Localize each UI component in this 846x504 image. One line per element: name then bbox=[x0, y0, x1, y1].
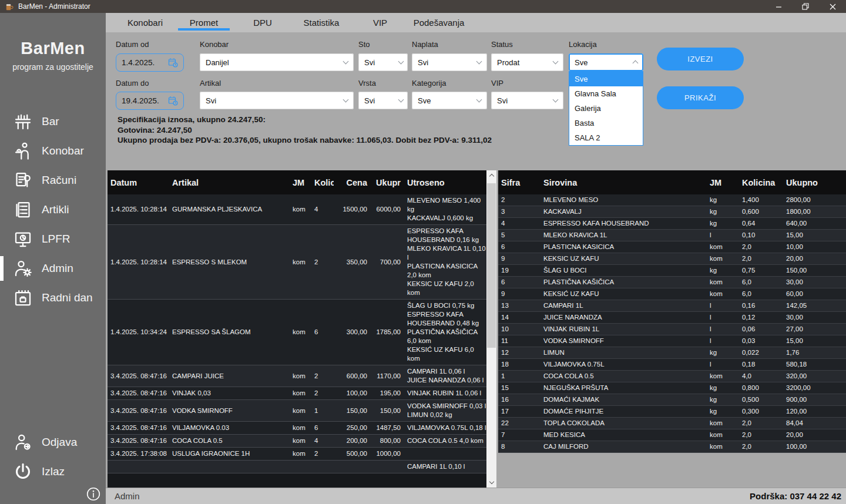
vertical-scrollbar[interactable] bbox=[486, 170, 496, 488]
tab[interactable]: Podešavanja bbox=[409, 13, 468, 32]
table-row[interactable]: 7 MED KESICA kom 2,0 20,00 bbox=[498, 429, 846, 441]
izvezi-button[interactable]: IZVEZI bbox=[657, 48, 744, 70]
table-row[interactable]: 1.4.2025. 10:28:14 GURMANSKA PLJESKAVICA… bbox=[108, 194, 486, 225]
table-row[interactable]: 3.4.2025. 08:47:16 VINJAK 0,03 kom 2 100… bbox=[108, 387, 486, 400]
table-row[interactable]: 9 KEKSIĆ UZ KAFU kom 6,0 60,00 bbox=[498, 288, 846, 300]
scrollbar-thumb[interactable] bbox=[487, 183, 496, 348]
summary-line-2: Gotovina: 24.247,50 bbox=[118, 125, 492, 136]
lokacija-option[interactable]: Sve bbox=[569, 72, 643, 86]
table-row[interactable]: 14 JUICE NARANDZA l 0,12 30,00 bbox=[498, 312, 846, 324]
table-row[interactable]: 3.4.2025. 17:38:08 USLUGA IGRAONICE 1H k… bbox=[108, 448, 486, 461]
sidebar-nav: Bar Konobar Računi Artikli LPFR bbox=[0, 107, 106, 313]
cell-sirovina: VODKA SMIRNOFF bbox=[540, 335, 707, 347]
cell-kolicina: 0,500 bbox=[739, 394, 783, 405]
info-icon[interactable] bbox=[86, 486, 101, 502]
cell-sifra: 12 bbox=[498, 347, 540, 358]
sidebar-item-admin[interactable]: Admin bbox=[0, 254, 106, 283]
brand-tagline: program za ugostitelje bbox=[0, 62, 106, 72]
table-row[interactable]: 3.4.2025. 08:47:16 COCA COLA 0.5 kom 4 2… bbox=[108, 435, 486, 448]
sidebar-item-radni-dan[interactable]: Radni dan bbox=[0, 283, 106, 313]
table-row[interactable]: 15 NJEGUŠKA PRŠUTA kg 0,800 3200,00 bbox=[498, 382, 846, 394]
cell-jm: l bbox=[707, 324, 739, 335]
sidebar-item-racuni[interactable]: Računi bbox=[0, 166, 106, 195]
table-row[interactable]: CAMPARI 1L 0,10 l bbox=[108, 461, 486, 473]
sidebar-item-artikli[interactable]: Artikli bbox=[0, 195, 106, 224]
cell-artikal: USLUGA IGRAONICE 1H bbox=[169, 448, 290, 460]
vip-select[interactable]: Svi bbox=[491, 92, 563, 109]
table-row[interactable]: 12 LIMUN kg 0,022 1,76 bbox=[498, 347, 846, 359]
kategorija-select[interactable]: Sve bbox=[412, 92, 487, 109]
sidebar-item-izlaz[interactable]: Izlaz bbox=[0, 457, 106, 486]
cell-sifra: 7 bbox=[498, 429, 540, 441]
artikal-select[interactable]: Svi bbox=[200, 92, 354, 109]
naplata-select[interactable]: Svi bbox=[412, 53, 487, 71]
tab[interactable]: Konobari bbox=[116, 13, 174, 32]
table-row[interactable]: 3 KACKAVALJ kg 0,600 1800,00 bbox=[498, 206, 846, 218]
table-row[interactable]: 1.4.2025. 10:34:24 ESPRESSO SA ŠLAGOM ko… bbox=[108, 300, 486, 365]
chevron-up-icon bbox=[633, 61, 639, 66]
cell-ukupno: 30,00 bbox=[783, 312, 846, 323]
scroll-up-arrow[interactable] bbox=[486, 170, 496, 180]
tab[interactable]: VIP bbox=[351, 13, 409, 32]
cell-kolicina: 6 bbox=[311, 422, 334, 434]
tab[interactable]: DPU bbox=[233, 13, 292, 32]
table-row[interactable]: 10 VINJAK RUBIN 1L l 0,06 27,00 bbox=[498, 324, 846, 335]
lokacija-option[interactable]: Galerija bbox=[569, 101, 643, 116]
sidebar-item-lpfr[interactable]: LPFR bbox=[0, 224, 106, 254]
table-row[interactable]: 6 PLASTICNA KASICICA kom 2,0 10,00 bbox=[498, 241, 846, 253]
sidebar-item-odjava[interactable]: Odjava bbox=[0, 428, 106, 457]
titlebar: BarMen - Administrator bbox=[0, 0, 846, 13]
cell-ukupno: 1800,00 bbox=[783, 206, 846, 217]
cell-sirovina: DOMAĆI KAJMAK bbox=[540, 394, 707, 405]
table-row[interactable]: 6 PLASTIČNA KAŠIČICA kom 6,0 30,00 bbox=[498, 277, 846, 288]
table-row[interactable]: 17 DOMAĆE PIHJITJE kg 0,300 120,00 bbox=[498, 406, 846, 418]
table-row[interactable]: 18 VILJAMOVKA 0.75L l 0,18 580,18 bbox=[498, 359, 846, 371]
sidebar-item-konobar[interactable]: Konobar bbox=[0, 136, 106, 166]
table-row[interactable]: 22 TOPLA COKOLADA kom 2,0 84,04 bbox=[498, 418, 846, 429]
vip-value: Svi bbox=[497, 96, 508, 105]
table-row[interactable]: 19 ŠLAG U BOCI kg 0,75 150,00 bbox=[498, 265, 846, 277]
cell-cena: 350,00 bbox=[334, 256, 369, 268]
table-row[interactable]: 4 ESPRESSO KAFA HOUSEBRAND kg 0,64 640,0… bbox=[498, 218, 846, 230]
tab[interactable]: Statistika bbox=[292, 13, 351, 32]
cell-kolicina: 0,600 bbox=[739, 206, 783, 217]
table-row[interactable]: 1 COCA COLA 0.5 kom 4,0 320,00 bbox=[498, 371, 846, 382]
restore-button[interactable] bbox=[792, 0, 819, 13]
table-row[interactable]: 5 MLEKO KRAVICA 1L l 0,10 15,00 bbox=[498, 230, 846, 241]
table-row[interactable]: 16 DOMAĆI KAJMAK kg 0,500 900,00 bbox=[498, 394, 846, 406]
konobar-select[interactable]: Danijel bbox=[200, 53, 354, 71]
sto-select[interactable]: Svi bbox=[358, 53, 408, 71]
vrsta-select[interactable]: Svi bbox=[358, 92, 408, 109]
sidebar-item-bar[interactable]: Bar bbox=[0, 107, 106, 136]
cell-kolicina: 6 bbox=[311, 326, 334, 338]
cell-kolicina: 6,0 bbox=[739, 288, 783, 300]
tab-label: Podešavanja bbox=[414, 18, 465, 28]
status-bar: Admin Podrška: 037 44 22 42 bbox=[106, 488, 846, 504]
lokacija-option[interactable]: Glavna Sala bbox=[569, 86, 643, 101]
close-button[interactable] bbox=[819, 0, 846, 13]
scroll-down-arrow[interactable] bbox=[486, 478, 496, 488]
table-row[interactable]: 8 CAJ MILFORD kom 2,0 100,00 bbox=[498, 441, 846, 453]
lokacija-option[interactable]: SALA 2 bbox=[569, 130, 643, 145]
status-select[interactable]: Prodat bbox=[491, 53, 563, 71]
chevron-down-icon bbox=[476, 59, 482, 65]
datum-do-input[interactable]: 19.4.2025. bbox=[116, 92, 184, 110]
lokacija-option[interactable]: Basta bbox=[569, 116, 643, 130]
lokacija-select[interactable]: Sve bbox=[569, 53, 643, 71]
table-row[interactable]: 13 CAMPARI 1L l 0,16 142,05 bbox=[498, 300, 846, 312]
table-row[interactable]: 1.4.2025. 10:28:14 ESPRESSO S MLEKOM kom… bbox=[108, 225, 486, 300]
cell-ukupno bbox=[369, 465, 402, 469]
table-row[interactable]: 9 KEKSIC UZ KAFU kom 2,0 20,00 bbox=[498, 253, 846, 265]
prikazi-button[interactable]: PRIKAŽI bbox=[657, 86, 744, 109]
table-row[interactable]: 3.4.2025. 08:47:16 VODKA SMIRNOFF kom 1 … bbox=[108, 400, 486, 422]
table-row[interactable]: 11 VODKA SMIRNOFF l 0,03 15,00 bbox=[498, 335, 846, 347]
cell-jm: kom bbox=[290, 435, 311, 447]
cell-sirovina: ESPRESSO KAFA HOUSEBRAND bbox=[540, 218, 707, 229]
table-row[interactable]: 3.4.2025. 08:47:16 CAMPARI JUICE kom 2 6… bbox=[108, 365, 486, 387]
table-row[interactable]: 2 MLEVENO MESO kg 1,400 2800,00 bbox=[498, 194, 846, 206]
table-row[interactable]: 3.4.2025. 08:47:16 VILJAMOVKA 0.03 kom 6… bbox=[108, 422, 486, 435]
minimize-button[interactable] bbox=[765, 0, 792, 13]
cell-ukupno: 6000,00 bbox=[369, 203, 402, 216]
tab[interactable]: Promet bbox=[174, 13, 233, 32]
datum-od-input[interactable]: 1.4.2025. bbox=[116, 53, 184, 72]
